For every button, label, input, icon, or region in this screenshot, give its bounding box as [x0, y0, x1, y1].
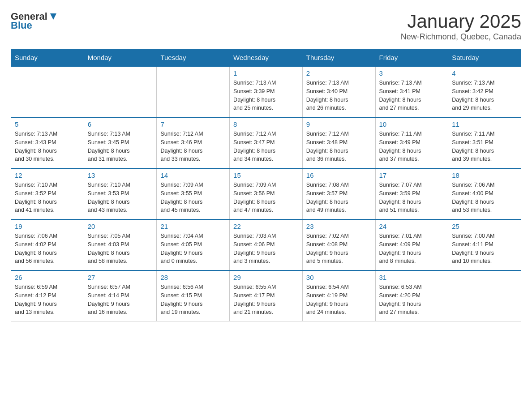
- day-cell: 5Sunrise: 7:13 AM Sunset: 3:43 PM Daylig…: [11, 117, 84, 168]
- day-info: Sunrise: 7:09 AM Sunset: 3:55 PM Dayligh…: [160, 181, 226, 214]
- day-cell: 26Sunrise: 6:59 AM Sunset: 4:12 PM Dayli…: [11, 270, 84, 321]
- day-number: 11: [452, 120, 517, 128]
- day-number: 10: [379, 120, 445, 128]
- column-header-wednesday: Wednesday: [230, 49, 303, 67]
- day-info: Sunrise: 7:00 AM Sunset: 4:11 PM Dayligh…: [452, 232, 517, 265]
- day-info: Sunrise: 7:12 AM Sunset: 3:48 PM Dayligh…: [306, 130, 372, 163]
- day-cell: 16Sunrise: 7:08 AM Sunset: 3:57 PM Dayli…: [302, 168, 375, 219]
- day-number: 12: [15, 171, 80, 179]
- day-info: Sunrise: 6:54 AM Sunset: 4:19 PM Dayligh…: [306, 283, 372, 317]
- day-cell: 12Sunrise: 7:10 AM Sunset: 3:52 PM Dayli…: [11, 168, 84, 219]
- location: New-Richmond, Quebec, Canada: [401, 32, 521, 42]
- day-cell: 6Sunrise: 7:13 AM Sunset: 3:45 PM Daylig…: [84, 117, 157, 168]
- day-info: Sunrise: 7:12 AM Sunset: 3:46 PM Dayligh…: [160, 130, 226, 163]
- calendar-header-row: SundayMondayTuesdayWednesdayThursdayFrid…: [11, 49, 521, 67]
- day-info: Sunrise: 7:04 AM Sunset: 4:05 PM Dayligh…: [160, 232, 226, 265]
- day-info: Sunrise: 7:06 AM Sunset: 4:00 PM Dayligh…: [452, 181, 517, 214]
- day-cell: 21Sunrise: 7:04 AM Sunset: 4:05 PM Dayli…: [157, 219, 230, 270]
- day-info: Sunrise: 7:13 AM Sunset: 3:42 PM Dayligh…: [452, 79, 517, 112]
- day-number: 9: [306, 120, 372, 128]
- day-cell: [84, 66, 157, 117]
- day-number: 20: [88, 223, 153, 230]
- logo: General Blue: [11, 11, 58, 31]
- day-cell: 23Sunrise: 7:02 AM Sunset: 4:08 PM Dayli…: [302, 219, 375, 270]
- day-number: 24: [379, 223, 445, 230]
- day-number: 17: [379, 171, 445, 179]
- day-cell: 30Sunrise: 6:54 AM Sunset: 4:19 PM Dayli…: [302, 270, 375, 321]
- day-cell: 3Sunrise: 7:13 AM Sunset: 3:41 PM Daylig…: [375, 66, 448, 117]
- day-cell: 25Sunrise: 7:00 AM Sunset: 4:11 PM Dayli…: [448, 219, 521, 270]
- day-cell: 20Sunrise: 7:05 AM Sunset: 4:03 PM Dayli…: [84, 219, 157, 270]
- day-number: 1: [233, 69, 299, 77]
- day-cell: 19Sunrise: 7:06 AM Sunset: 4:02 PM Dayli…: [11, 219, 84, 270]
- day-info: Sunrise: 7:13 AM Sunset: 3:45 PM Dayligh…: [88, 130, 153, 163]
- day-number: 16: [306, 171, 372, 179]
- day-cell: 24Sunrise: 7:01 AM Sunset: 4:09 PM Dayli…: [375, 219, 448, 270]
- day-cell: 2Sunrise: 7:13 AM Sunset: 3:40 PM Daylig…: [302, 66, 375, 117]
- day-number: 2: [306, 69, 372, 77]
- title-section: January 2025 New-Richmond, Quebec, Canad…: [401, 11, 521, 42]
- week-row-2: 5Sunrise: 7:13 AM Sunset: 3:43 PM Daylig…: [11, 117, 521, 168]
- day-number: 23: [306, 223, 372, 230]
- svg-marker-0: [50, 13, 56, 20]
- day-number: 30: [306, 274, 372, 281]
- day-number: 22: [233, 223, 299, 230]
- day-number: 18: [452, 171, 517, 179]
- day-cell: 11Sunrise: 7:11 AM Sunset: 3:51 PM Dayli…: [448, 117, 521, 168]
- day-number: 3: [379, 69, 445, 77]
- day-info: Sunrise: 7:06 AM Sunset: 4:02 PM Dayligh…: [15, 232, 80, 265]
- day-info: Sunrise: 7:13 AM Sunset: 3:43 PM Dayligh…: [15, 130, 80, 163]
- day-cell: 13Sunrise: 7:10 AM Sunset: 3:53 PM Dayli…: [84, 168, 157, 219]
- day-info: Sunrise: 7:05 AM Sunset: 4:03 PM Dayligh…: [88, 232, 153, 265]
- day-info: Sunrise: 6:53 AM Sunset: 4:20 PM Dayligh…: [379, 283, 445, 317]
- day-info: Sunrise: 7:13 AM Sunset: 3:39 PM Dayligh…: [233, 79, 299, 112]
- day-number: 5: [15, 120, 80, 128]
- day-cell: 28Sunrise: 6:56 AM Sunset: 4:15 PM Dayli…: [157, 270, 230, 321]
- day-cell: 31Sunrise: 6:53 AM Sunset: 4:20 PM Dayli…: [375, 270, 448, 321]
- day-info: Sunrise: 7:11 AM Sunset: 3:49 PM Dayligh…: [379, 130, 445, 163]
- day-info: Sunrise: 7:07 AM Sunset: 3:59 PM Dayligh…: [379, 181, 445, 214]
- day-info: Sunrise: 7:01 AM Sunset: 4:09 PM Dayligh…: [379, 232, 445, 265]
- day-info: Sunrise: 7:02 AM Sunset: 4:08 PM Dayligh…: [306, 232, 372, 265]
- day-info: Sunrise: 7:10 AM Sunset: 3:52 PM Dayligh…: [15, 181, 80, 214]
- day-info: Sunrise: 6:56 AM Sunset: 4:15 PM Dayligh…: [160, 283, 226, 317]
- day-cell: 10Sunrise: 7:11 AM Sunset: 3:49 PM Dayli…: [375, 117, 448, 168]
- day-info: Sunrise: 6:57 AM Sunset: 4:14 PM Dayligh…: [88, 283, 153, 317]
- day-cell: 8Sunrise: 7:12 AM Sunset: 3:47 PM Daylig…: [230, 117, 303, 168]
- day-number: 13: [88, 171, 153, 179]
- day-number: 25: [452, 223, 517, 230]
- day-number: 26: [15, 274, 80, 281]
- day-number: 27: [88, 274, 153, 281]
- day-cell: 22Sunrise: 7:03 AM Sunset: 4:06 PM Dayli…: [230, 219, 303, 270]
- day-number: 21: [160, 223, 226, 230]
- column-header-friday: Friday: [375, 49, 448, 67]
- day-info: Sunrise: 7:12 AM Sunset: 3:47 PM Dayligh…: [233, 130, 299, 163]
- day-number: 31: [379, 274, 445, 281]
- column-header-saturday: Saturday: [448, 49, 521, 67]
- day-number: 4: [452, 69, 517, 77]
- day-cell: 18Sunrise: 7:06 AM Sunset: 4:00 PM Dayli…: [448, 168, 521, 219]
- day-cell: 4Sunrise: 7:13 AM Sunset: 3:42 PM Daylig…: [448, 66, 521, 117]
- day-number: 15: [233, 171, 299, 179]
- day-cell: [448, 270, 521, 321]
- day-info: Sunrise: 6:55 AM Sunset: 4:17 PM Dayligh…: [233, 283, 299, 317]
- day-number: 7: [160, 120, 226, 128]
- week-row-3: 12Sunrise: 7:10 AM Sunset: 3:52 PM Dayli…: [11, 168, 521, 219]
- day-info: Sunrise: 7:11 AM Sunset: 3:51 PM Dayligh…: [452, 130, 517, 163]
- week-row-4: 19Sunrise: 7:06 AM Sunset: 4:02 PM Dayli…: [11, 219, 521, 270]
- column-header-monday: Monday: [84, 49, 157, 67]
- day-info: Sunrise: 7:08 AM Sunset: 3:57 PM Dayligh…: [306, 181, 372, 214]
- day-cell: 17Sunrise: 7:07 AM Sunset: 3:59 PM Dayli…: [375, 168, 448, 219]
- day-number: 28: [160, 274, 226, 281]
- day-cell: 14Sunrise: 7:09 AM Sunset: 3:55 PM Dayli…: [157, 168, 230, 219]
- day-info: Sunrise: 7:10 AM Sunset: 3:53 PM Dayligh…: [88, 181, 153, 214]
- day-info: Sunrise: 7:03 AM Sunset: 4:06 PM Dayligh…: [233, 232, 299, 265]
- day-cell: 9Sunrise: 7:12 AM Sunset: 3:48 PM Daylig…: [302, 117, 375, 168]
- day-cell: 15Sunrise: 7:09 AM Sunset: 3:56 PM Dayli…: [230, 168, 303, 219]
- day-info: Sunrise: 7:13 AM Sunset: 3:40 PM Dayligh…: [306, 79, 372, 112]
- day-cell: 7Sunrise: 7:12 AM Sunset: 3:46 PM Daylig…: [157, 117, 230, 168]
- day-cell: [11, 66, 84, 117]
- week-row-5: 26Sunrise: 6:59 AM Sunset: 4:12 PM Dayli…: [11, 270, 521, 321]
- logo-blue: Blue: [11, 20, 32, 31]
- page-header: General Blue January 2025 New-Richmond, …: [11, 11, 521, 42]
